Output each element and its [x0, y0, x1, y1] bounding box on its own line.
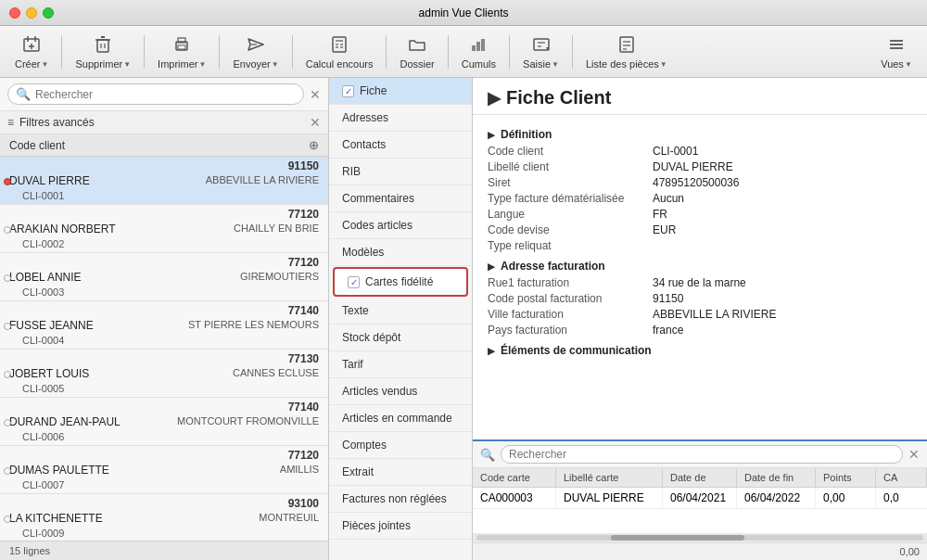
bottom-search-icon: 🔍 [480, 448, 495, 462]
td-points-0: 0,00 [816, 488, 876, 508]
toolbar-envoyer[interactable]: Envoyer ▼ [225, 30, 286, 73]
envoyer-arrow-icon: ▼ [272, 60, 279, 69]
tab-pieces-jointes[interactable]: Pièces jointes [329, 513, 472, 540]
toolbar-sep-7 [509, 35, 510, 69]
toolbar-saisie[interactable]: Saisie ▼ [515, 30, 566, 73]
svg-rect-12 [178, 45, 185, 49]
toolbar-dossier[interactable]: Dossier [392, 30, 441, 73]
middle-panel: ✓ Fiche Adresses Contacts RIB Commentair… [329, 78, 473, 560]
tab-contacts[interactable]: Contacts [329, 132, 472, 159]
toolbar-vues[interactable]: Vues ▼ [873, 30, 920, 73]
saisie-icon [530, 33, 552, 56]
field-siret: Siret 47895120500036 [488, 176, 912, 189]
td-date-fin-0: 06/04/2022 [737, 488, 816, 508]
field-code-client: Code client CLI-0001 [488, 145, 912, 158]
list-header-settings-icon[interactable]: ⊕ [309, 138, 319, 152]
tab-rib[interactable]: RIB [329, 159, 472, 185]
toolbar-supprimer[interactable]: Supprimer ▼ [68, 30, 138, 73]
bottom-footer: 0,00 [473, 542, 927, 560]
close-button[interactable] [9, 7, 20, 19]
window-title: admin Vue Clients [419, 6, 509, 19]
field-pays: Pays facturation france [488, 324, 912, 337]
tab-comptes[interactable]: Comptes [329, 432, 472, 459]
table-row[interactable]: CA000003 DUVAL PIERRE 06/04/2021 06/04/2… [473, 488, 927, 509]
bottom-close-icon[interactable]: ✕ [908, 447, 920, 462]
bottom-search-bar: 🔍 ✕ [473, 441, 927, 468]
name-5: DURAND JEAN-PAUL [9, 415, 177, 428]
section-definition: ▶ Définition [488, 128, 912, 141]
tab-texte[interactable]: Texte [329, 298, 472, 325]
list-item[interactable]: 91150 DUVAL PIERRE ABBEVILLE LA RIVIERE … [0, 157, 328, 205]
tab-modeles[interactable]: Modèles [329, 239, 472, 266]
bottom-search-input[interactable] [509, 448, 895, 461]
communication-label: Éléments de communication [501, 344, 652, 357]
search-clear-icon[interactable]: ✕ [310, 87, 321, 102]
list-item[interactable]: 77140 FUSSE JEANNE ST PIERRE LES NEMOURS… [0, 301, 328, 350]
field-rue1: Rue1 facturation 34 rue de la marne [488, 276, 912, 289]
tab-tarif[interactable]: Tarif [329, 351, 472, 378]
list-item[interactable]: 77130 JOBERT LOUIS CANNES ECLUSE CLI-000… [0, 350, 328, 398]
search-input[interactable] [35, 88, 296, 101]
city-0: ABBEVILLE LA RIVIERE [206, 174, 319, 187]
toolbar-sep-4 [292, 35, 293, 69]
tab-extrait[interactable]: Extrait [329, 459, 472, 486]
tab-articles-commande[interactable]: Articles en commande [329, 405, 472, 432]
scrollbar-track[interactable] [476, 535, 923, 541]
list-item[interactable]: 93100 LA KITCHENETTE MONTREUIL CLI-0009 [0, 494, 328, 541]
listpieces-arrow-icon: ▼ [660, 60, 667, 69]
toolbar-calcul[interactable]: Calcul encours [298, 30, 381, 73]
toolbar-sep-1 [61, 35, 62, 69]
scrollbar-thumb[interactable] [611, 535, 745, 541]
list-header-label: Code client [9, 139, 309, 152]
name-6: DUMAS PAULETTE [9, 464, 280, 477]
toolbar-listpieces[interactable]: Liste des pièces ▼ [578, 30, 675, 73]
minimize-button[interactable] [26, 7, 37, 19]
tab-pieces-jointes-label: Pièces jointes [342, 519, 411, 532]
toolbar-cumuls[interactable]: Cumuls [454, 30, 503, 73]
tab-factures-non-reglees[interactable]: Factures non réglées [329, 486, 472, 513]
tab-cartes-fidelite[interactable]: ✓ Cartes fidélité [333, 267, 468, 297]
name-1: ARAKIAN NORBERT [9, 223, 234, 235]
tab-fiche-label: Fiche [360, 84, 387, 97]
name-7: LA KITCHENETTE [9, 512, 259, 525]
supprimer-icon [92, 33, 114, 56]
svg-rect-22 [476, 42, 480, 51]
search-input-wrap[interactable]: 🔍 [7, 83, 304, 105]
tab-articles-commande-label: Articles en commande [342, 412, 452, 425]
toolbar-creer[interactable]: Créer ▼ [7, 30, 56, 73]
list-item[interactable]: 77120 DUMAS PAULETTE AMILLIS CLI-0007 [0, 446, 328, 494]
tab-cartes-fidelite-label: Cartes fidélité [365, 275, 433, 288]
maximize-button[interactable] [43, 7, 54, 19]
toolbar-sep-3 [219, 35, 220, 69]
name-2: LOBEL ANNIE [9, 271, 240, 284]
imprimer-icon [171, 33, 193, 56]
imprimer-label: Imprimer [158, 58, 197, 70]
list-item[interactable]: 77120 LOBEL ANNIE GIREMOUTIERS CLI-0003 [0, 253, 328, 301]
tab-fiche[interactable]: ✓ Fiche [329, 78, 472, 105]
right-panel: ▶ Fiche Client ▶ Définition Code client … [473, 78, 927, 560]
listpieces-icon [616, 33, 638, 56]
code-2: CLI-0003 [22, 286, 64, 298]
tab-articles-vendus[interactable]: Articles vendus [329, 378, 472, 405]
adresse-label: Adresse facturation [501, 260, 605, 273]
filter-clear-icon[interactable]: ✕ [310, 115, 321, 130]
toolbar-imprimer[interactable]: Imprimer ▼ [150, 30, 213, 73]
list-item[interactable]: 77120 ARAKIAN NORBERT CHAILLY EN BRIE CL… [0, 205, 328, 253]
tab-codes-articles-label: Codes articles [342, 219, 413, 232]
bottom-panel: 🔍 ✕ Code carte Libellé carte Date de Dat… [473, 439, 927, 560]
city-3: ST PIERRE LES NEMOURS [188, 319, 319, 332]
scrollbar-area[interactable] [473, 533, 927, 542]
table-header: Code carte Libellé carte Date de Date de… [473, 468, 927, 488]
postal-5: 77140 [288, 401, 319, 414]
field-langue: Langue FR [488, 208, 912, 221]
tab-adresses[interactable]: Adresses [329, 105, 472, 132]
filter-label: Filtres avancés [19, 116, 95, 129]
tab-stock-depot[interactable]: Stock dépôt [329, 325, 472, 351]
th-date-fin: Date de fin [737, 468, 816, 487]
list-item[interactable]: 77140 DURAND JEAN-PAUL MONTCOURT FROMONV… [0, 398, 328, 446]
vues-label: Vues [881, 58, 904, 70]
bottom-search-wrap[interactable] [501, 445, 903, 464]
tab-articles-vendus-label: Articles vendus [342, 385, 417, 398]
tab-codes-articles[interactable]: Codes articles [329, 212, 472, 239]
tab-commentaires[interactable]: Commentaires [329, 185, 472, 212]
